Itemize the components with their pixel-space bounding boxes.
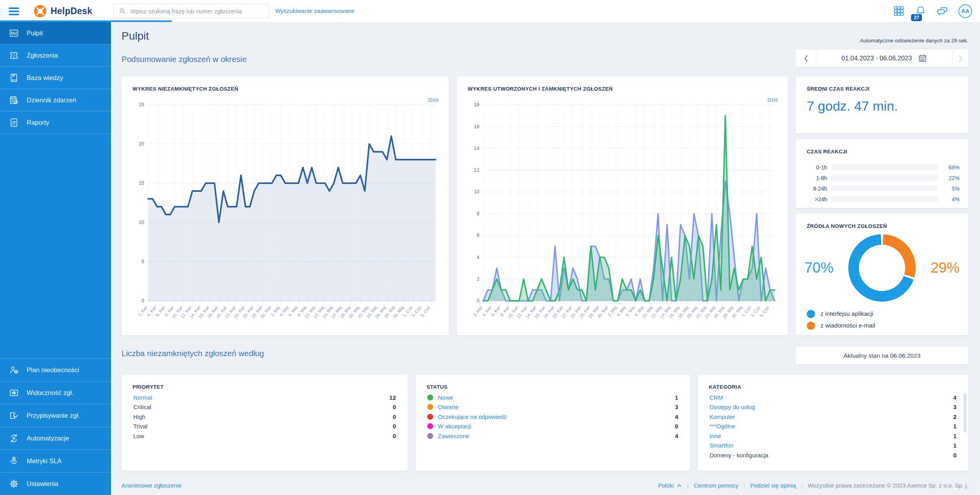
list-item-value: 0 [393,433,396,439]
svg-text:10: 10 [474,189,479,195]
list-item: High 0 [133,412,396,422]
sidebar-admin-group: Plan nieobecności Widoczność zgł. Przypi… [0,359,111,495]
status-dot [427,423,433,429]
apps-grid-icon [893,5,905,17]
list-item-label[interactable]: Zawieszone [438,433,469,439]
chat-icon [936,5,949,17]
advanced-search-link[interactable]: Wyszukiwanie zaawansowane [275,7,354,14]
current-state-bar: Aktualny stan na 06.06.2023 [796,347,968,364]
svg-text:2. Maj: 2. Maj [607,305,618,317]
list-item-value: 1 [675,394,678,401]
sla-icon [9,456,19,466]
bar-track [832,196,938,202]
svg-text:4. Kwi: 4. Kwi [146,305,157,317]
search-input[interactable] [130,7,264,15]
list-item-label[interactable]: Otwarte [438,404,459,410]
anonymous-ticket-link[interactable]: Anonimowe zgłoszenie [122,482,181,489]
date-range-button[interactable]: 01.04.2023 - 06.06.2023 [816,49,953,67]
sidebar: Pulpit Zgłoszenia Baza wiedzy Dziennik z… [0,22,111,495]
list-item-label: High [133,413,145,420]
user-avatar-button[interactable]: AA [958,4,972,18]
footer-separator: | [744,482,745,489]
sidebar-item-metryki-sla[interactable]: Metryki SLA [0,450,111,472]
sidebar-item-dziennik-zdarzeń[interactable]: Dziennik zdarzeń [0,89,111,111]
sidebar-item-zgłoszenia[interactable]: Zgłoszenia [0,44,111,67]
list-item-value: 12 [389,394,396,401]
list-item-label[interactable]: W akceptacji [438,423,471,429]
chat-button[interactable] [936,5,949,17]
footer: Anonimowe zgłoszenie Polski | Centrum po… [111,475,980,495]
category-scrollbar[interactable] [964,393,966,433]
sidebar-item-pulpit[interactable]: Pulpit [0,22,111,44]
date-next-button[interactable] [953,49,968,67]
list-item-value: 3 [675,404,678,410]
sidebar-item-plan-nieobecności[interactable]: Plan nieobecności [0,359,111,381]
svg-text:6. Maj: 6. Maj [287,305,298,317]
page-title: Pulpit [122,30,149,42]
svg-text:2: 2 [477,276,479,282]
apps-grid-button[interactable] [893,5,905,17]
search-icon [118,7,126,15]
sidebar-item-baza-wiedzy[interactable]: Baza wiedzy [0,67,111,89]
book-icon [9,73,19,83]
svg-text:2. Kwi: 2. Kwi [472,305,483,317]
legend-label: z interfejsu aplikacji [820,310,873,317]
list-item-label[interactable]: Inne [710,433,721,439]
sidebar-item-ustawienia[interactable]: Ustawienia [0,472,111,495]
sidebar-item-automatyzacje[interactable]: Automatyzacje [0,427,111,450]
menu-icon[interactable] [9,6,19,17]
feedback-link[interactable]: Podziel się opinią [750,482,796,489]
chevron-right-icon [958,55,964,62]
list-item-label[interactable]: Nowe [438,394,453,401]
svg-text:8: 8 [477,211,479,217]
notifications-count-badge: 27 [911,14,922,22]
list-item: Komputer 2 [710,412,956,422]
svg-text:14: 14 [474,146,479,151]
list-item-value: 1 [953,423,956,429]
svg-text:4. Maj: 4. Maj [615,305,626,317]
list-item: Domeny - konfiguracja 0 [710,450,956,460]
panel-title: CZAS REAKCJI [807,149,847,155]
open-tickets-by-section-title: Liczba niezamkniętych zgłoszeń według [122,349,264,358]
help-center-link[interactable]: Centrum pomocy [694,482,739,489]
list-item-value: 0 [393,404,396,410]
date-prev-button[interactable] [796,49,816,67]
sidebar-item-widoczność-zgł[interactable]: Widoczność zgł. [0,381,111,404]
svg-text:5. Cze: 5. Cze [759,305,770,318]
chevron-left-icon [803,55,809,62]
list-item-label[interactable]: ***Ogólne [710,423,735,429]
list-item-label[interactable]: CRM [710,394,723,401]
legend-item: z wiadomości e-mail [807,320,875,331]
chart-title: WYKRES UTWORZONYCH I ZAMKNIĘTYCH ZGŁOSZE… [468,86,613,92]
sidebar-item-przypisywanie-zgł[interactable]: Przypisywanie zgł. [0,404,111,427]
list-item-label[interactable]: Normal [133,394,152,401]
status-dot [427,395,433,400]
svg-text:18: 18 [474,102,479,107]
bar-percent: 5% [942,186,960,192]
helpdesk-app: HelpDesk Wyszukiwanie zaawansowane 27 AA [0,0,980,495]
list-item-label: Low [133,433,144,439]
list-item-label[interactable]: Komputer [710,413,735,420]
absence-icon [9,365,19,375]
svg-text:4. Kwi: 4. Kwi [481,305,492,317]
list-item: Inne 1 [710,431,956,441]
svg-text:5: 5 [142,259,144,264]
list-item: Otwarte 3 [427,402,678,412]
sidebar-spacer [0,134,111,359]
list-item: Trival 0 [133,422,396,431]
notifications-button[interactable]: 27 [915,5,927,17]
created-closed-chart-card: WYKRES UTWORZONYCH I ZAMKNIĘTYCH ZGŁOSZE… [457,76,788,335]
svg-text:16: 16 [474,124,479,129]
chart-title: WYKRES NIEZAMKNIĘTYCH ZGŁOSZEŃ [132,86,238,92]
list-item-label[interactable]: Dostępy do usług [710,404,755,410]
language-selector[interactable]: Polski [658,482,682,489]
list-item-label[interactable]: Smartfon [710,442,733,449]
list-item: Smartfon 1 [710,441,956,451]
calendar-icon [918,54,927,63]
sidebar-item-raporty[interactable]: Raporty [0,111,111,134]
search-box [113,4,269,18]
legend-dot [807,310,815,318]
brand[interactable]: HelpDesk [34,0,92,22]
list-item-label[interactable]: Oczekujące na odpowiedź [438,413,506,420]
card-title: PRIORYTET [132,384,163,390]
